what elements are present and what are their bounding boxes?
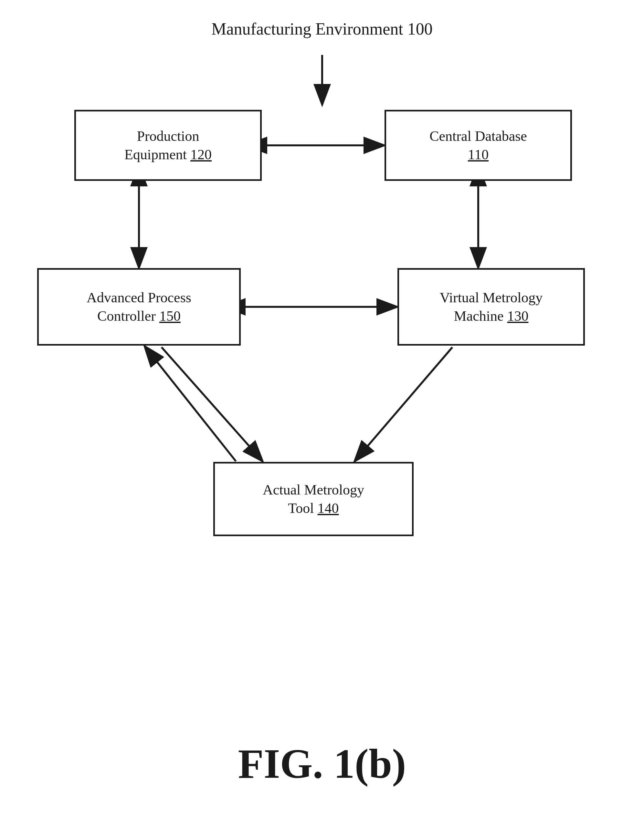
vmm-box: Virtual MetrologyMachine 130 <box>398 268 585 346</box>
amt-label: Actual MetrologyTool <box>263 482 364 516</box>
production-equipment-box: ProductionEquipment 120 <box>74 110 262 181</box>
central-db-number: 110 <box>468 146 489 162</box>
amt-number: 140 <box>318 500 339 516</box>
apc-number: 150 <box>159 308 180 324</box>
production-number: 120 <box>190 146 212 162</box>
svg-line-9 <box>161 347 262 460</box>
svg-line-11 <box>145 347 236 461</box>
vmm-number: 130 <box>507 308 528 324</box>
svg-line-10 <box>356 347 452 460</box>
apc-box: Advanced ProcessController 150 <box>37 268 241 346</box>
diagram-title: Manufacturing Environment 100 <box>211 19 433 39</box>
diagram-container: Manufacturing Environment 100 <box>0 0 644 833</box>
amt-box: Actual MetrologyTool 140 <box>213 462 414 536</box>
central-db-label: Central Database <box>430 128 527 144</box>
figure-label: FIG. 1(b) <box>238 739 406 788</box>
production-label: ProductionEquipment <box>124 128 200 162</box>
central-database-box: Central Database110 <box>385 110 572 181</box>
